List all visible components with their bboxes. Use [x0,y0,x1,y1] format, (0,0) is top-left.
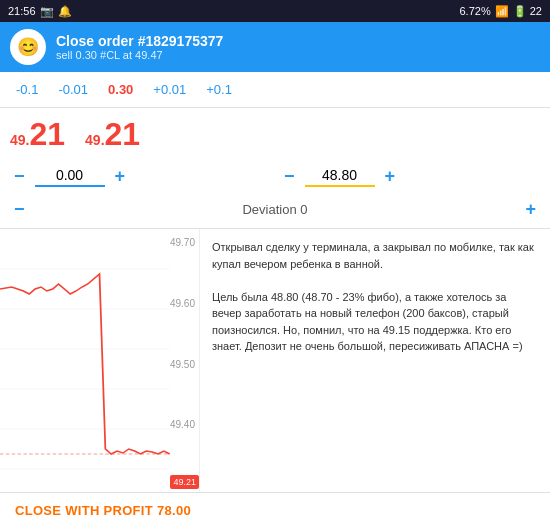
quick-btn-plus-01[interactable]: +0.1 [200,80,238,99]
price2-integer: 49. [85,132,104,148]
price1-integer: 49. [10,132,29,148]
quick-btn-030[interactable]: 0.30 [102,80,139,99]
status-icon2: 🔔 [58,5,72,18]
price-display-2: 49. 21 [85,116,140,153]
input-field-1[interactable] [35,165,105,187]
y-axis-labels: 49.70 49.60 49.50 49.40 49.30 [170,229,195,499]
main-content: -0.1 -0.01 0.30 +0.01 +0.1 49. 21 49. 21… [0,72,550,499]
price2-decimal: 21 [105,116,141,153]
deviation-label: Deviation 0 [242,202,307,217]
y-label-1: 49.70 [170,237,195,248]
minus-btn-2[interactable]: − [280,166,299,187]
chart-area: 49.70 49.60 49.50 49.40 49.30 49.21 Откр… [0,229,550,499]
chart-canvas: 49.70 49.60 49.50 49.40 49.30 49.21 [0,229,200,499]
deviation-row: − Deviation 0 + [0,191,550,229]
order-title: Close order #1829175377 [56,33,223,49]
status-icon1: 📷 [40,5,54,18]
minus-btn-1[interactable]: − [10,166,29,187]
current-price-badge: 49.21 [170,475,199,489]
chart-annotation: Открывал сделку у терминала, а закрывал … [200,229,550,499]
status-time: 21:56 [8,5,36,17]
status-right: 6.72% 📶 🔋 22 [459,5,542,18]
plus-btn-2[interactable]: + [381,166,400,187]
order-subtitle: sell 0.30 #CL at 49.47 [56,49,223,61]
quick-btn-minus-001[interactable]: -0.01 [52,80,94,99]
quick-btn-plus-001[interactable]: +0.01 [147,80,192,99]
input-group-1: − + [10,165,270,187]
input-row: − + − + [0,161,550,191]
status-left: 21:56 📷 🔔 [8,5,72,18]
header-text: Close order #1829175377 sell 0.30 #CL at… [56,33,223,61]
deviation-plus[interactable]: + [521,199,540,220]
input-group-2: − + [280,165,540,187]
close-profit-button[interactable]: CLOSE WITH PROFIT 78.00 [15,503,191,518]
status-signal: 📶 [495,5,509,18]
y-label-2: 49.60 [170,298,195,309]
status-bar: 21:56 📷 🔔 6.72% 📶 🔋 22 [0,0,550,22]
status-percentage: 6.72% [459,5,490,17]
status-battery: 🔋 22 [513,5,542,18]
y-label-4: 49.40 [170,419,195,430]
avatar: 😊 [10,29,46,65]
quick-btn-minus-01[interactable]: -0.1 [10,80,44,99]
price1-decimal: 21 [29,116,65,153]
app-header: 😊 Close order #1829175377 sell 0.30 #CL … [0,22,550,72]
price-row: 49. 21 49. 21 [0,108,550,161]
plus-btn-1[interactable]: + [111,166,130,187]
annotation-text: Открывал сделку у терминала, а закрывал … [212,239,538,355]
deviation-minus[interactable]: − [10,199,29,220]
quick-buttons-row: -0.1 -0.01 0.30 +0.01 +0.1 [0,72,550,108]
y-label-3: 49.50 [170,359,195,370]
footer: CLOSE WITH PROFIT 78.00 [0,492,550,528]
profit-amount: 78.00 [157,503,191,518]
close-profit-label: CLOSE WITH PROFIT [15,503,153,518]
avatar-icon: 😊 [17,36,39,58]
price-display-1: 49. 21 [10,116,65,153]
input-field-2[interactable] [305,165,375,187]
